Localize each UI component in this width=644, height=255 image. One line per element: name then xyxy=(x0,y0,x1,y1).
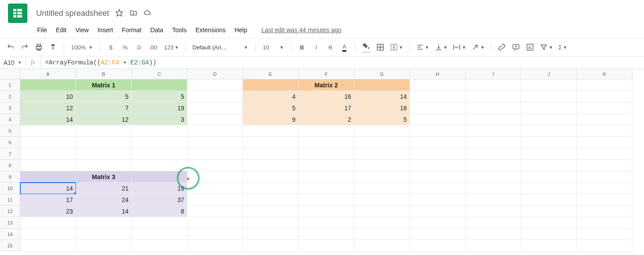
menu-view[interactable]: View xyxy=(72,25,92,35)
cell[interactable] xyxy=(577,125,633,137)
cell[interactable]: 17 xyxy=(20,194,76,206)
cell[interactable] xyxy=(354,148,410,160)
menu-file[interactable]: File xyxy=(34,25,51,35)
cell[interactable]: 14 xyxy=(76,206,132,217)
cloud-status-icon[interactable] xyxy=(144,9,152,18)
star-icon[interactable] xyxy=(115,9,123,18)
cell[interactable] xyxy=(299,148,354,160)
cell[interactable] xyxy=(577,79,633,91)
cell[interactable] xyxy=(521,206,577,217)
cell[interactable] xyxy=(577,91,633,102)
cell[interactable] xyxy=(466,137,521,148)
cell[interactable] xyxy=(466,125,521,137)
cell[interactable] xyxy=(521,229,577,240)
cell[interactable] xyxy=(410,102,466,114)
cell[interactable] xyxy=(410,240,466,251)
insert-chart-button[interactable] xyxy=(524,41,536,53)
cell[interactable]: 7 xyxy=(76,102,132,114)
redo-button[interactable] xyxy=(19,41,31,53)
cell[interactable] xyxy=(76,125,132,137)
cell[interactable] xyxy=(466,217,521,229)
italic-button[interactable]: I xyxy=(310,41,322,53)
cell[interactable] xyxy=(187,171,243,183)
cell[interactable] xyxy=(577,229,633,240)
cell[interactable] xyxy=(577,102,633,114)
col-header[interactable]: H xyxy=(410,69,466,79)
cell[interactable] xyxy=(466,206,521,217)
cell[interactable]: 12 xyxy=(76,114,132,125)
borders-button[interactable] xyxy=(374,41,386,53)
cell[interactable] xyxy=(299,160,354,171)
paint-format-button[interactable] xyxy=(47,41,59,53)
row-header[interactable]: 14 xyxy=(0,229,20,240)
cell[interactable]: 5 xyxy=(76,91,132,102)
print-button[interactable] xyxy=(33,41,45,53)
cell[interactable] xyxy=(521,217,577,229)
cell[interactable] xyxy=(243,160,299,171)
cell[interactable] xyxy=(521,160,577,171)
cell[interactable]: 12 xyxy=(20,102,76,114)
cell[interactable]: 19 xyxy=(132,102,187,114)
cell[interactable] xyxy=(299,217,354,229)
filter-button[interactable]: ▼ xyxy=(538,41,555,53)
cell[interactable] xyxy=(521,79,577,91)
name-box[interactable]: A10▼ xyxy=(0,56,26,68)
cell[interactable] xyxy=(410,125,466,137)
col-header[interactable]: K xyxy=(577,69,633,79)
cell[interactable] xyxy=(577,240,633,251)
cell[interactable]: 21 xyxy=(76,183,132,194)
cell[interactable] xyxy=(76,148,132,160)
cell[interactable] xyxy=(299,206,354,217)
cell[interactable] xyxy=(132,125,187,137)
cell[interactable] xyxy=(521,102,577,114)
cell[interactable] xyxy=(187,148,243,160)
cell[interactable] xyxy=(410,229,466,240)
horizontal-align-button[interactable]: ▼ xyxy=(414,41,431,53)
cell[interactable] xyxy=(243,229,299,240)
cell[interactable] xyxy=(577,137,633,148)
cell[interactable] xyxy=(132,217,187,229)
cell[interactable] xyxy=(187,102,243,114)
increase-decimal-button[interactable]: .00↑ xyxy=(147,41,160,53)
row-header[interactable]: 7 xyxy=(0,148,20,160)
cell[interactable]: 9 xyxy=(243,114,299,125)
cell[interactable] xyxy=(187,194,243,206)
cell[interactable] xyxy=(466,229,521,240)
cell[interactable] xyxy=(410,194,466,206)
cell[interactable] xyxy=(187,206,243,217)
text-wrap-button[interactable]: ▼ xyxy=(451,41,468,53)
cell[interactable] xyxy=(187,125,243,137)
cell[interactable] xyxy=(466,160,521,171)
cell[interactable]: 5 xyxy=(354,114,410,125)
cell[interactable] xyxy=(354,229,410,240)
cell[interactable] xyxy=(466,114,521,125)
col-header[interactable]: C xyxy=(132,69,187,79)
cell[interactable] xyxy=(243,79,299,91)
cell[interactable] xyxy=(410,171,466,183)
vertical-align-button[interactable]: ▼ xyxy=(433,41,450,53)
cell[interactable] xyxy=(577,183,633,194)
cell[interactable] xyxy=(299,240,354,251)
col-header[interactable]: J xyxy=(521,69,577,79)
decrease-decimal-button[interactable]: .0↓ xyxy=(133,41,145,53)
cell[interactable] xyxy=(354,240,410,251)
cell[interactable] xyxy=(354,217,410,229)
cell[interactable] xyxy=(20,217,76,229)
row-header[interactable]: 9 xyxy=(0,171,20,183)
cell[interactable] xyxy=(20,171,76,183)
insert-link-button[interactable] xyxy=(496,41,508,53)
cell[interactable] xyxy=(243,217,299,229)
cell[interactable] xyxy=(577,114,633,125)
col-header[interactable]: E xyxy=(243,69,299,79)
cell[interactable] xyxy=(243,206,299,217)
cell[interactable]: 37 xyxy=(132,194,187,206)
cell[interactable]: 14 xyxy=(20,114,76,125)
row-header[interactable]: 6 xyxy=(0,137,20,148)
cell[interactable] xyxy=(20,240,76,251)
cell[interactable] xyxy=(410,79,466,91)
cell[interactable] xyxy=(354,194,410,206)
cell[interactable] xyxy=(410,148,466,160)
cell[interactable] xyxy=(521,194,577,206)
cell[interactable] xyxy=(132,160,187,171)
cell[interactable] xyxy=(76,217,132,229)
